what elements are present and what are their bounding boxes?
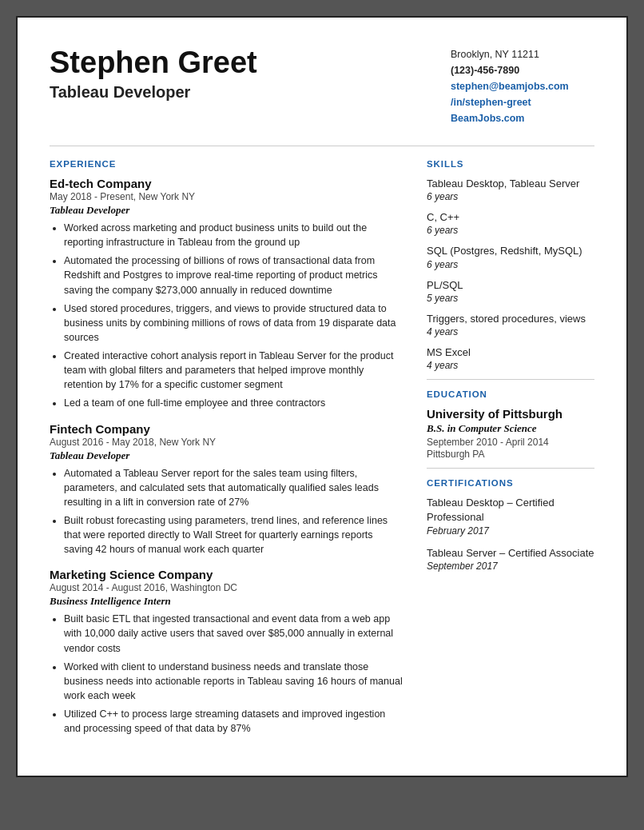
skill-name: MS Excel xyxy=(427,345,594,360)
exp-role: Tableau Developer xyxy=(50,449,403,462)
skill-name: SQL (Postgres, Redshift, MySQL) xyxy=(427,244,594,258)
experience-item: Fintech CompanyAugust 2016 - May 2018, N… xyxy=(50,422,403,557)
cert-item: Tableau Server – Certified AssociateSept… xyxy=(427,546,594,572)
exp-company-name: Fintech Company xyxy=(50,422,403,436)
resume-document: Stephen Greet Tableau Developer Brooklyn… xyxy=(16,16,628,777)
cert-name: Tableau Server – Certified Associate xyxy=(427,546,594,561)
exp-role: Business Intelligence Intern xyxy=(50,595,403,608)
left-column: EXPERIENCE Ed-tech CompanyMay 2018 - Pre… xyxy=(50,159,403,747)
candidate-name: Stephen Greet xyxy=(50,46,451,80)
edu-degree: B.S. in Computer Science xyxy=(427,422,594,435)
skill-item: Tableau Desktop, Tableau Server6 years xyxy=(427,177,594,202)
exp-date-location: May 2018 - Present, New York NY xyxy=(50,191,403,202)
edu-dates: September 2010 - April 2014 xyxy=(427,437,594,448)
exp-bullet-item: Led a team of one full-time employee and… xyxy=(64,396,403,410)
cert-item: Tableau Desktop – Certified Professional… xyxy=(427,496,594,536)
exp-bullet-list: Automated a Tableau Server report for th… xyxy=(50,466,403,557)
skill-years: 6 years xyxy=(427,191,594,202)
exp-date-location: August 2014 - August 2016, Washington DC xyxy=(50,582,403,593)
exp-bullet-list: Built basic ETL that ingested transactio… xyxy=(50,612,403,736)
skill-item: C, C++6 years xyxy=(427,210,594,236)
skill-years: 4 years xyxy=(427,326,594,337)
candidate-title: Tableau Developer xyxy=(50,83,451,102)
contact-block: Brooklyn, NY 11211 (123)-456-7890 stephe… xyxy=(451,46,594,126)
skills-container: Tableau Desktop, Tableau Server6 yearsC,… xyxy=(427,177,594,371)
contact-email[interactable]: stephen@beamjobs.com xyxy=(451,78,594,94)
experience-item: Marketing Science CompanyAugust 2014 - A… xyxy=(50,568,403,736)
exp-bullet-item: Utilized C++ to process large streaming … xyxy=(64,707,403,736)
skill-years: 4 years xyxy=(427,360,594,371)
skill-years: 6 years xyxy=(427,225,594,236)
exp-bullet-item: Worked with client to understand busines… xyxy=(64,660,403,703)
education-block: University of Pittsburgh B.S. in Compute… xyxy=(427,407,594,460)
exp-bullet-item: Used stored procedures, triggers, and vi… xyxy=(64,301,403,345)
edu-location: Pittsburgh PA xyxy=(427,449,594,460)
edu-school: University of Pittsburgh xyxy=(427,407,594,421)
cert-date: February 2017 xyxy=(427,525,594,537)
cert-name: Tableau Desktop – Certified Professional xyxy=(427,496,594,525)
skill-name: PL/SQL xyxy=(427,278,594,293)
contact-website[interactable]: BeamJobs.com xyxy=(451,110,594,126)
contact-phone: (123)-456-7890 xyxy=(451,65,519,76)
skill-years: 6 years xyxy=(427,259,594,270)
exp-company-name: Ed-tech Company xyxy=(50,177,403,190)
exp-date-location: August 2016 - May 2018, New York NY xyxy=(50,437,403,448)
exp-bullet-item: Created interactive cohort analysis repo… xyxy=(64,349,403,392)
skills-section-label: SKILLS xyxy=(427,159,594,169)
exp-bullet-item: Worked across marketing and product busi… xyxy=(64,221,403,249)
skill-item: MS Excel4 years xyxy=(427,345,594,371)
certifications-container: Tableau Desktop – Certified Professional… xyxy=(427,496,594,572)
exp-bullet-item: Automated the processing of billions of … xyxy=(64,253,403,297)
skill-years: 5 years xyxy=(427,293,594,304)
exp-bullet-item: Built robust forecasting using parameter… xyxy=(64,513,403,557)
certifications-section-label: CERTIFICATIONS xyxy=(427,478,594,488)
skill-name: Triggers, stored procedures, views xyxy=(427,312,594,326)
skill-name: C, C++ xyxy=(427,210,594,225)
exp-role: Tableau Developer xyxy=(50,204,403,217)
exp-bullet-item: Automated a Tableau Server report for th… xyxy=(64,466,403,509)
experience-container: Ed-tech CompanyMay 2018 - Present, New Y… xyxy=(50,177,403,736)
exp-company-name: Marketing Science Company xyxy=(50,568,403,581)
skill-item: PL/SQL5 years xyxy=(427,278,594,304)
experience-item: Ed-tech CompanyMay 2018 - Present, New Y… xyxy=(50,177,403,411)
exp-bullet-item: Built basic ETL that ingested transactio… xyxy=(64,612,403,655)
skill-item: Triggers, stored procedures, views4 year… xyxy=(427,312,594,337)
education-section-label: EDUCATION xyxy=(427,389,594,399)
skill-name: Tableau Desktop, Tableau Server xyxy=(427,177,594,191)
contact-linkedin[interactable]: /in/stephen-greet xyxy=(451,94,594,110)
contact-address: Brooklyn, NY 11211 xyxy=(451,49,539,60)
skill-item: SQL (Postgres, Redshift, MySQL)6 years xyxy=(427,244,594,269)
right-column: SKILLS Tableau Desktop, Tableau Server6 … xyxy=(427,159,594,747)
cert-date: September 2017 xyxy=(427,561,594,572)
experience-section-label: EXPERIENCE xyxy=(50,159,403,169)
exp-bullet-list: Worked across marketing and product busi… xyxy=(50,221,403,411)
